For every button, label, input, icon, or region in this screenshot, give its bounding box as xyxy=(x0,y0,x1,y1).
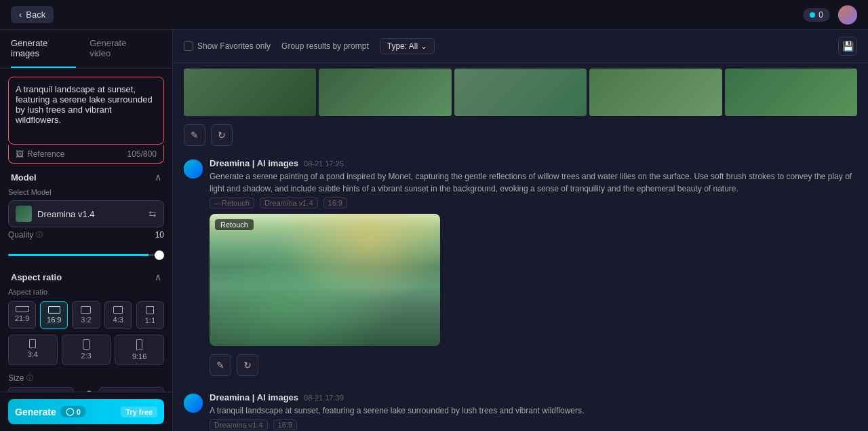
main-layout: Generate images Generate video A tranqui… xyxy=(0,30,868,431)
message-header-2: Dreamina | AI images 08-21 17:39 xyxy=(210,392,857,402)
group-results-button[interactable]: Group results by prompt xyxy=(281,41,369,51)
save-button[interactable]: 💾 xyxy=(838,37,857,56)
aspect-rect-icon xyxy=(29,339,36,348)
model-section-header: Model ∧ xyxy=(8,164,164,188)
prompt-section: A tranquil landscape at sunset, featurin… xyxy=(8,77,164,164)
aspect-label: Aspect ratio xyxy=(8,288,164,296)
model-name: Dreamina v1.4 xyxy=(37,209,95,219)
aspect-btn-3-2[interactable]: 3:2 xyxy=(72,301,100,329)
show-favorites-label: Show Favorites only xyxy=(197,41,271,51)
strip-image-1[interactable] xyxy=(184,69,316,116)
aspect-collapse-icon[interactable]: ∧ xyxy=(155,271,161,282)
checkbox-box xyxy=(184,41,193,51)
aspect-rect-icon xyxy=(136,339,142,350)
message-row-2: Dreamina | AI images 08-21 17:39 A tranq… xyxy=(184,386,857,431)
model-section-title: Model xyxy=(11,172,37,183)
tag-retouch: —Retouch xyxy=(210,198,254,208)
quality-slider[interactable] xyxy=(8,254,164,256)
size-inputs-row: W 🔗 H xyxy=(8,387,164,392)
content-area: Show Favorites only Group results by pro… xyxy=(173,30,868,431)
retry-button-2[interactable]: ↻ xyxy=(237,354,258,376)
coin-icon: ◯ xyxy=(66,407,74,416)
pond-image: Retouch xyxy=(210,214,440,346)
credits-badge: 0 xyxy=(803,8,830,22)
message-tags-2: Dreamina v1.4 16:9 xyxy=(210,419,857,430)
aspect-btn-16-9[interactable]: 16:9 xyxy=(40,301,68,329)
aspect-btn-2-3[interactable]: 2:3 xyxy=(62,335,111,365)
message-author-2: Dreamina | AI images xyxy=(210,392,298,402)
aspect-ratio-section: Aspect ratio ∧ Aspect ratio 21:9 16:9 xyxy=(8,263,164,365)
sidebar: Generate images Generate video A tranqui… xyxy=(0,30,173,431)
topbar: ‹ Back 0 xyxy=(0,0,868,30)
size-section: Size ⓘ W 🔗 H xyxy=(8,373,164,392)
save-icon: 💾 xyxy=(842,41,854,52)
toolbar-left: Show Favorites only Group results by pro… xyxy=(184,38,435,54)
try-free-badge: Try free xyxy=(121,407,157,417)
back-arrow-icon: ‹ xyxy=(19,10,22,20)
type-label: Type: All xyxy=(387,41,418,51)
strip-image-2[interactable] xyxy=(319,69,451,116)
user-avatar-2 xyxy=(184,394,203,413)
message-author-1: Dreamina | AI images xyxy=(210,158,298,168)
aspect-rect-icon xyxy=(146,306,154,314)
aspect-section-header: Aspect ratio ∧ xyxy=(8,263,164,288)
tab-generate-video[interactable]: Generate video xyxy=(90,30,148,68)
strip-actions: ✎ ↻ xyxy=(184,121,857,151)
feed: ✎ ↻ Dreamina | AI images 08-21 17:25 Gen… xyxy=(173,63,868,431)
strip-actions-2: ✎ ↻ xyxy=(210,352,857,381)
top-strip xyxy=(184,63,857,121)
aspect-btn-4-3[interactable]: 4:3 xyxy=(104,301,132,329)
edit-button-2[interactable]: ✎ xyxy=(210,354,231,376)
strip-image-3[interactable] xyxy=(454,69,587,116)
generate-label: Generate xyxy=(15,407,56,417)
chevron-down-icon: ⌄ xyxy=(420,41,427,51)
prompt-footer: 🖼 Reference 105/800 xyxy=(8,145,164,164)
tab-generate-images[interactable]: Generate images xyxy=(11,30,76,68)
generate-cost-badge: ◯ 0 xyxy=(60,406,86,417)
quality-label: Quality ⓘ xyxy=(8,230,43,240)
generated-image-1[interactable]: Retouch xyxy=(210,214,857,346)
prompt-textarea[interactable]: A tranquil landscape at sunset, featurin… xyxy=(8,77,164,145)
retouch-badge: Retouch xyxy=(215,219,254,230)
size-label-row: Size ⓘ xyxy=(8,373,164,383)
quality-value: 10 xyxy=(155,230,164,240)
aspect-rect-icon xyxy=(16,306,29,312)
retry-button-1[interactable]: ↻ xyxy=(211,124,233,146)
back-button[interactable]: ‹ Back xyxy=(11,6,54,23)
pencil-icon: ✎ xyxy=(191,130,199,140)
aspect-btn-3-4[interactable]: 3:4 xyxy=(8,335,58,365)
aspect-btn-9-16[interactable]: 9:16 xyxy=(115,335,164,365)
model-section: Model ∧ Select Model Dreamina v1.4 ⇆ xyxy=(8,164,164,227)
aspect-rect-icon xyxy=(48,306,60,314)
height-input-wrap: H xyxy=(99,387,165,392)
generate-cost: 0 xyxy=(77,408,81,416)
aspect-grid-row1: 21:9 16:9 3:2 4:3 xyxy=(8,301,164,329)
aspect-rect-icon xyxy=(83,339,90,350)
quality-section: Quality ⓘ 10 xyxy=(8,227,164,263)
user-avatar-1 xyxy=(184,160,203,179)
type-filter-select[interactable]: Type: All ⌄ xyxy=(380,38,435,54)
show-favorites-checkbox[interactable]: Show Favorites only xyxy=(184,41,271,51)
strip-image-5[interactable] xyxy=(725,69,857,116)
swap-icon: ⇆ xyxy=(149,208,157,219)
aspect-btn-21-9[interactable]: 21:9 xyxy=(8,301,36,329)
topbar-right: 0 xyxy=(803,5,857,24)
back-label: Back xyxy=(26,10,45,20)
size-info-icon: ⓘ xyxy=(26,373,33,383)
message-prompt-2: A tranquil landscape at sunset, featurin… xyxy=(210,405,857,417)
edit-button-1[interactable]: ✎ xyxy=(184,124,205,146)
model-collapse-icon[interactable]: ∧ xyxy=(155,172,161,183)
generate-button[interactable]: Generate ◯ 0 Try free xyxy=(8,399,164,424)
message-row-1: Dreamina | AI images 08-21 17:25 Generat… xyxy=(184,151,857,386)
image-icon: 🖼 xyxy=(16,149,24,159)
avatar[interactable] xyxy=(838,5,857,24)
strip-image-4[interactable] xyxy=(589,69,722,116)
model-select-dropdown[interactable]: Dreamina v1.4 ⇆ xyxy=(8,200,164,227)
message-header-1: Dreamina | AI images 08-21 17:25 xyxy=(210,158,857,168)
reference-button[interactable]: 🖼 Reference xyxy=(16,149,64,159)
width-input-wrap: W xyxy=(8,387,74,392)
model-thumbnail xyxy=(16,206,32,222)
content-toolbar: Show Favorites only Group results by pro… xyxy=(173,30,868,63)
aspect-btn-1-1[interactable]: 1:1 xyxy=(136,301,164,329)
aspect-grid-row2: 3:4 2:3 9:16 xyxy=(8,335,164,365)
